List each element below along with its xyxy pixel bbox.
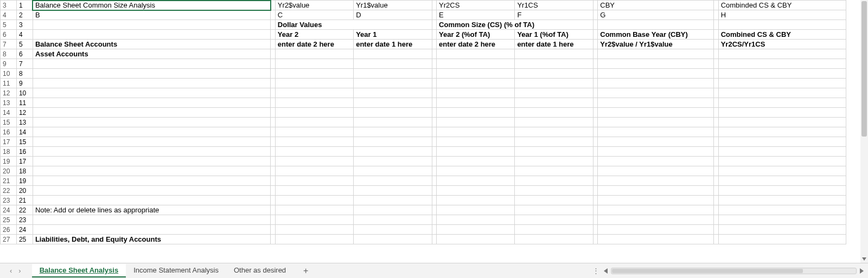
cell[interactable] [275,49,353,59]
cell[interactable] [515,118,593,127]
row-header[interactable]: 24 [1,205,17,215]
cell[interactable]: 7 [16,59,33,69]
cell[interactable] [437,49,515,59]
cell[interactable] [437,196,515,205]
cell[interactable] [718,127,846,137]
row-header[interactable]: 16 [1,127,17,137]
cell[interactable] [515,88,593,98]
spreadsheet-grid[interactable]: 31Balance Sheet Common Size AnalysisYr2$… [0,0,846,244]
cell[interactable] [354,59,432,69]
cell[interactable] [437,118,515,127]
cell[interactable] [354,98,432,108]
cell[interactable] [718,59,846,69]
cell[interactable] [354,157,432,166]
row-header[interactable]: 19 [1,157,17,166]
cell[interactable] [437,176,515,186]
cell[interactable] [354,225,432,235]
cell[interactable]: enter date 2 here [275,40,353,49]
cell[interactable] [33,166,270,176]
cell[interactable] [437,88,515,98]
horizontal-scroll-thumb[interactable] [612,269,803,273]
cell[interactable]: Yr2CS/Yr1CS [718,40,846,49]
cell[interactable] [718,205,846,215]
cell[interactable] [354,205,432,215]
cell[interactable] [718,118,846,127]
cell[interactable]: 6 [16,49,33,59]
scroll-left-icon[interactable] [604,268,608,274]
cell[interactable] [598,196,714,205]
cell[interactable]: 4 [16,30,33,40]
cell[interactable] [598,186,714,196]
cell[interactable] [354,127,432,137]
cell[interactable] [598,166,714,176]
cell[interactable] [437,137,515,147]
cell[interactable]: 12 [16,108,33,118]
cell[interactable] [515,215,593,225]
cell[interactable] [33,118,270,127]
row-header[interactable]: 27 [1,235,17,244]
cell[interactable] [275,98,353,108]
cell[interactable] [437,127,515,137]
cell[interactable] [275,215,353,225]
cell[interactable] [33,108,270,118]
row-header[interactable]: 6 [1,30,17,40]
cell[interactable] [33,225,270,235]
cell[interactable] [437,215,515,225]
cell[interactable] [275,225,353,235]
row-header[interactable]: 25 [1,215,17,225]
cell[interactable]: Year 2 (%of TA) [437,30,515,40]
cell[interactable]: 11 [16,98,33,108]
cell[interactable] [354,118,432,127]
cell[interactable] [598,127,714,137]
cell[interactable] [354,88,432,98]
cell[interactable]: D [354,10,432,20]
cell[interactable] [718,147,846,157]
cell[interactable] [515,49,593,59]
cell[interactable] [437,235,515,244]
cell[interactable] [275,79,353,88]
cell[interactable] [275,118,353,127]
cell[interactable] [437,166,515,176]
add-sheet-button[interactable]: + [303,267,308,275]
cell[interactable] [33,30,270,40]
cell[interactable] [515,157,593,166]
row-header[interactable]: 11 [1,79,17,88]
cell[interactable] [598,108,714,118]
cell[interactable]: Common Size (CS) (% of TA) [437,20,593,30]
cell[interactable]: Note: Add or delete lines as appropriate [33,205,270,215]
cell[interactable] [33,157,270,166]
cell[interactable] [33,79,270,88]
cell[interactable]: enter date 2 here [437,40,515,49]
cell[interactable] [33,215,270,225]
cell[interactable] [515,79,593,88]
tab-nav-prev-icon[interactable]: ‹ [10,267,12,275]
cell[interactable] [33,186,270,196]
cell[interactable] [275,166,353,176]
cell[interactable] [354,186,432,196]
cell[interactable]: 21 [16,196,33,205]
cell[interactable]: 9 [16,79,33,88]
cell[interactable]: E [437,10,515,20]
cell[interactable] [718,186,846,196]
cell[interactable]: CBY [598,1,714,10]
cell[interactable] [598,137,714,147]
cell[interactable]: B [33,10,270,20]
sheet-tab[interactable]: Other as desired [226,264,293,277]
cell[interactable] [33,176,270,186]
cell[interactable] [354,49,432,59]
cell[interactable]: H [718,10,846,20]
cell[interactable]: Year 1 (%of TA) [515,30,593,40]
cell[interactable]: 23 [16,215,33,225]
cell[interactable] [275,108,353,118]
cell[interactable]: 14 [16,127,33,137]
cell[interactable]: 20 [16,186,33,196]
cell[interactable]: 15 [16,137,33,147]
cell[interactable] [275,59,353,69]
scroll-right-icon[interactable] [860,268,864,274]
sheet-tab[interactable]: Income Statement Analysis [126,264,226,277]
cell[interactable]: enter date 1 here [354,40,432,49]
cell[interactable] [33,69,270,79]
cell[interactable] [275,157,353,166]
cell[interactable] [515,225,593,235]
cell[interactable] [275,205,353,215]
